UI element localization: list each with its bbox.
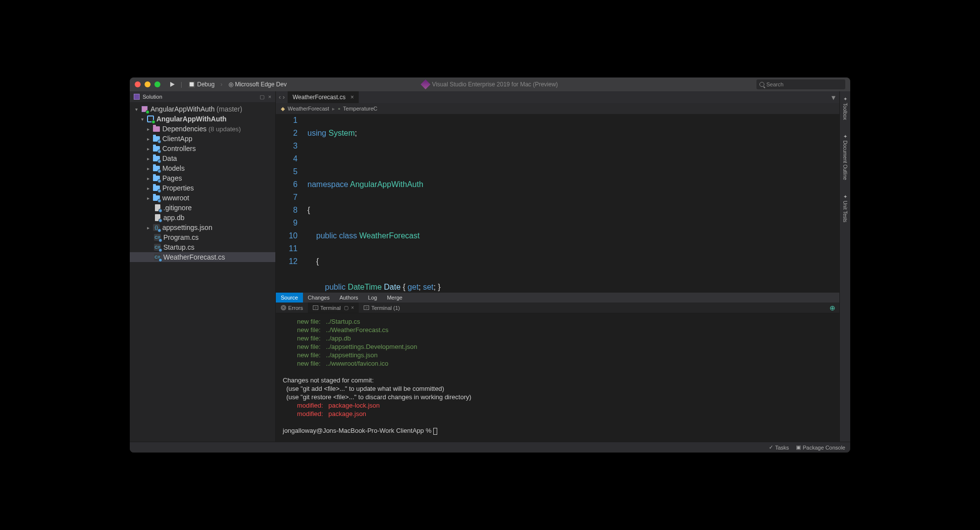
panel-tab-errors[interactable]: ✕ Errors	[276, 303, 308, 313]
search-icon	[759, 82, 764, 87]
blame-tab-authors[interactable]: Authors	[335, 293, 363, 303]
folder-wwwroot[interactable]: ▸wwwroot	[130, 193, 275, 203]
folder-controllers[interactable]: ▸Controllers	[130, 144, 275, 153]
bottom-panel-tabs: ✕ Errors > Terminal ▢ × > Terminal (1) ⊕	[276, 303, 839, 313]
folder-clientapp[interactable]: ▸ClientApp	[130, 134, 275, 144]
minimize-window-button[interactable]	[145, 81, 151, 87]
blame-tab-source[interactable]: Source	[276, 293, 303, 303]
folder-models[interactable]: ▸Models	[130, 163, 275, 173]
window-controls	[135, 81, 160, 87]
blame-tab-merge[interactable]: Merge	[382, 293, 407, 303]
panel-tab-terminal[interactable]: > Terminal ▢ ×	[308, 303, 359, 313]
ide-window: | 🔲 Debug › ◎ Microsoft Edge Dev Visual …	[130, 77, 850, 453]
solution-node[interactable]: ▾ AngularAppWithAuth (master)	[130, 104, 275, 114]
search-input[interactable]: Search	[756, 79, 845, 89]
panel-dock-icon[interactable]: ▢	[260, 94, 264, 100]
solution-tree: ▾ AngularAppWithAuth (master) ▾ AngularA…	[130, 102, 275, 442]
close-window-button[interactable]	[135, 81, 141, 87]
editor-tab-strip: ‹ › WeatherForecast.cs ▾	[276, 91, 839, 103]
target-label[interactable]: ◎ Microsoft Edge Dev	[228, 81, 287, 88]
tab-overflow-icon[interactable]: ▾	[831, 93, 835, 102]
panel-close-icon[interactable]: ×	[268, 94, 271, 100]
file-gitignore[interactable]: .gitignore	[130, 203, 275, 213]
breadcrumb[interactable]: ◆WeatherForecast ▸ ▫TemperatureC	[276, 103, 839, 114]
panel-close-icon[interactable]: ×	[351, 305, 354, 310]
dependencies-node[interactable]: ▸ Dependencies (8 updates)	[130, 124, 275, 134]
vs-logo-icon	[420, 79, 430, 89]
nav-forward-icon[interactable]: ›	[283, 94, 285, 101]
solution-icon	[134, 94, 140, 100]
config-label[interactable]: 🔲 Debug	[188, 81, 215, 88]
file-appsettings[interactable]: ▸ {} appsettings.json	[130, 223, 275, 232]
statusbar: ✓Tasks ▣Package Console	[130, 442, 850, 453]
side-tab-unit-tests[interactable]: ✦ Unit Tests	[841, 192, 849, 225]
status-tasks[interactable]: ✓Tasks	[769, 444, 789, 451]
add-terminal-button[interactable]: ⊕	[829, 304, 835, 312]
status-package-console[interactable]: ▣Package Console	[796, 444, 845, 451]
panel-dock-icon[interactable]: ▢	[344, 305, 348, 310]
line-gutter: 123456789101112	[276, 114, 305, 293]
folder-data[interactable]: ▸Data	[130, 153, 275, 163]
file-weatherforecast[interactable]: C# WeatherForecast.cs	[130, 252, 275, 262]
toolbar-controls: | 🔲 Debug › ◎ Microsoft Edge Dev	[170, 81, 287, 88]
terminal-icon: >	[313, 305, 318, 310]
blame-bar: SourceChangesAuthorsLogMerge	[276, 293, 839, 303]
right-tool-strip: ✦ Toolbox✦ Document Outline✦ Unit Tests	[839, 91, 850, 442]
terminal-icon: >	[364, 305, 369, 310]
run-button[interactable]	[170, 82, 175, 87]
nav-back-icon[interactable]: ‹	[279, 94, 281, 101]
file-appdb[interactable]: app.db	[130, 213, 275, 223]
maximize-window-button[interactable]	[154, 81, 160, 87]
project-node[interactable]: ▾ AngularAppWithAuth	[130, 114, 275, 124]
side-tab-toolbox[interactable]: ✦ Toolbox	[841, 94, 849, 122]
folder-pages[interactable]: ▸Pages	[130, 173, 275, 183]
solution-header: Solution ▢ ×	[130, 91, 275, 102]
file-startup[interactable]: C# Startup.cs	[130, 242, 275, 252]
folder-properties[interactable]: ▸Properties	[130, 183, 275, 193]
file-program[interactable]: C# Program.cs	[130, 232, 275, 242]
panel-tab-terminal-2[interactable]: > Terminal (1)	[359, 303, 405, 313]
error-icon: ✕	[281, 305, 286, 310]
window-title: Visual Studio Enterprise 2019 for Mac (P…	[422, 81, 558, 88]
terminal-output[interactable]: new file: ../Startup.cs new file: ../Wea…	[276, 313, 839, 442]
editor-tab-weatherforecast[interactable]: WeatherForecast.cs	[288, 91, 359, 103]
side-tab-document-outline[interactable]: ✦ Document Outline	[841, 132, 849, 182]
solution-explorer: Solution ▢ × ▾ AngularAppWithAuth (maste…	[130, 91, 276, 442]
titlebar: | 🔲 Debug › ◎ Microsoft Edge Dev Visual …	[130, 77, 850, 91]
blame-tab-log[interactable]: Log	[363, 293, 382, 303]
blame-tab-changes[interactable]: Changes	[303, 293, 335, 303]
code-editor[interactable]: 123456789101112 using System; namespace …	[276, 114, 839, 293]
code-content[interactable]: using System; namespace AngularAppWithAu…	[305, 114, 839, 293]
editor-area: ‹ › WeatherForecast.cs ▾ ◆WeatherForecas…	[276, 91, 839, 442]
